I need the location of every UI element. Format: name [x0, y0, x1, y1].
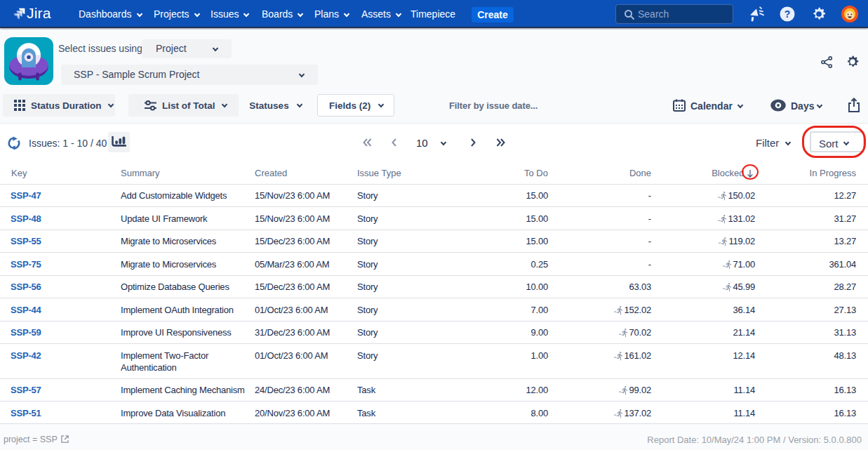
svg-text:?: ?: [784, 8, 791, 20]
